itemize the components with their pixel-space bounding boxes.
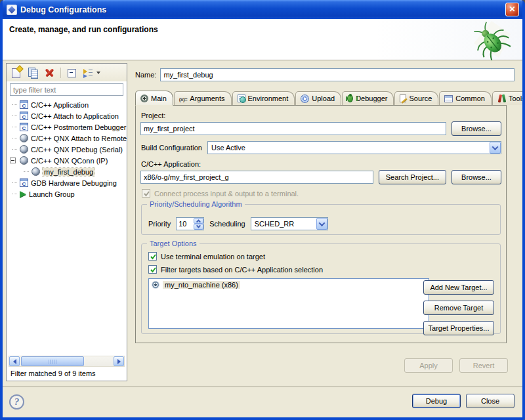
filter-targets-checkbox[interactable] [148,265,157,274]
application-input[interactable] [140,171,373,184]
filter-targets-row[interactable]: Filter targets based on C/C++ Applicatio… [148,265,494,274]
app-icon [7,5,17,15]
close-icon[interactable] [505,3,519,16]
horizontal-scrollbar[interactable] [9,356,125,367]
close-button[interactable]: Close [466,394,514,408]
window-title: Debug Configurations [20,5,106,14]
new-configuration-icon[interactable] [11,67,22,78]
scroll-left-icon[interactable] [9,356,20,366]
add-new-target-button[interactable]: Add New Target... [423,280,494,295]
configurations-sidebar: C/C++ Application C/C++ Attach to Applic… [6,63,127,381]
apply-button[interactable]: Apply [404,358,453,373]
tree-item-capp[interactable]: C/C++ Application [7,99,127,110]
priority-stepper[interactable] [176,217,204,230]
arguments-tab-icon [179,94,187,102]
build-configuration-label: Build Configuration [141,144,202,152]
tree-item-qnx-attach[interactable]: C/C++ QNX Attach to Remote Process [7,133,127,144]
priority-input[interactable] [177,218,194,230]
c-application-icon [20,112,28,120]
name-input[interactable] [160,68,514,81]
tree-item-gdb-hardware[interactable]: GDB Hardware Debugging [7,177,127,188]
browse-application-button[interactable]: Browse... [452,170,501,184]
dropdown-arrow-icon[interactable] [490,142,501,154]
debug-configurations-dialog: Debug Configurations Create, manage, and… [0,0,525,420]
tree-item-my-first-debug[interactable]: my_first_debug [7,166,127,177]
terminal-emulation-label: Use terminal emulation on target [161,253,265,261]
filter-input[interactable] [10,83,123,96]
collapse-all-icon[interactable] [66,67,77,78]
tree-item-qnx-qconn[interactable]: C/C++ QNX QConn (IP) [7,155,127,166]
remove-target-button[interactable]: Remove Target [423,301,494,315]
configurations-tree: C/C++ Application C/C++ Attach to Applic… [7,97,127,355]
titlebar: Debug Configurations [3,0,522,19]
qnx-sphere-icon [20,156,28,165]
project-label: Project: [141,112,501,119]
tab-debugger[interactable]: Debugger [342,91,394,105]
revert-button[interactable]: Revert [459,358,508,373]
tab-arguments[interactable]: Arguments [174,91,232,105]
target-bullseye-icon [152,281,159,289]
upload-tab-icon [301,94,309,103]
priority-label: Priority [148,220,171,228]
terminal-checkbox-row: Connect process input & output to a term… [142,189,501,198]
tools-tab-icon [497,94,506,103]
target-options-group: Target Options Use terminal emulation on… [141,243,501,334]
launch-group-icon [20,191,26,198]
browse-project-button[interactable]: Browse... [452,121,501,136]
spin-up-icon[interactable] [194,218,203,224]
project-input[interactable] [140,122,446,135]
name-label: Name: [135,71,156,79]
terminal-checkbox [142,189,150,198]
application-label: C/C++ Application: [141,160,501,168]
qnx-sphere-icon [20,145,28,154]
sidebar-toolbar [7,64,127,81]
help-button[interactable]: ? [9,394,24,410]
bug-image [471,20,512,60]
banner: Create, manage, and run configurations [3,19,522,60]
dropdown-arrow-icon[interactable] [316,218,327,230]
tree-item-attach[interactable]: C/C++ Attach to Application [7,110,127,121]
collapse-expander-icon[interactable] [10,158,16,163]
build-configuration-select[interactable]: Use Active [207,141,501,154]
terminal-emulation-checkbox[interactable] [148,252,157,261]
tree-item-qnx-pdebug[interactable]: C/C++ QNX PDebug (Serial) [7,144,127,155]
target-list-item[interactable]: my_nto_machine (x86) [152,281,426,289]
tab-source[interactable]: Source [394,91,438,105]
target-properties-button[interactable]: Target Properties... [423,321,494,335]
footer-bar: ? Debug Close [3,387,522,417]
tab-upload[interactable]: Upload [295,91,341,105]
target-list[interactable]: my_nto_machine (x86) [148,278,429,329]
filter-menu-caret-icon[interactable] [96,72,100,74]
scheduling-label: Scheduling [209,220,245,228]
spin-down-icon[interactable] [194,224,203,230]
tree-item-postmortem[interactable]: C/C++ Postmortem Debugger [7,121,127,133]
terminal-checkbox-label: Connect process input & output to a term… [154,190,299,198]
qnx-sphere-icon [20,134,28,142]
target-buttons: Add New Target... Remove Target Target P… [423,280,494,335]
tab-main[interactable]: Main [135,91,173,106]
tab-common[interactable]: Common [439,91,492,105]
filter-icon[interactable] [83,67,94,78]
delete-configuration-icon[interactable] [44,67,55,78]
priority-group-title: Priority/Scheduling Algorithm [147,200,245,208]
scheduling-select[interactable]: SCHED_RR [251,217,328,230]
scrollbar-thumb[interactable] [21,356,84,366]
target-group-title: Target Options [147,240,200,247]
terminal-emulation-row[interactable]: Use terminal emulation on target [148,252,494,261]
filter-targets-label: Filter targets based on C/C++ Applicatio… [161,266,323,274]
c-application-icon [20,123,28,131]
tab-environment[interactable]: Environment [232,91,295,105]
c-application-icon [20,178,28,187]
debug-button[interactable]: Debug [412,394,461,408]
main-tab-content: Project: Browse... Build Configuration U… [135,105,507,343]
search-project-button[interactable]: Search Project... [379,170,446,184]
tab-tools[interactable]: Tools [492,91,525,105]
duplicate-configuration-icon[interactable] [28,67,39,78]
scroll-right-icon[interactable] [114,356,124,366]
qnx-sphere-icon [32,167,40,176]
tab-bar: Main Arguments Environment Upload Debugg… [135,91,517,105]
common-tab-icon [444,95,453,102]
priority-scheduling-group: Priority/Scheduling Algorithm Priority S… [141,204,501,235]
filter-status: Filter matched 9 of 9 items [7,368,127,381]
tree-item-launch-group[interactable]: Launch Group [7,188,127,200]
